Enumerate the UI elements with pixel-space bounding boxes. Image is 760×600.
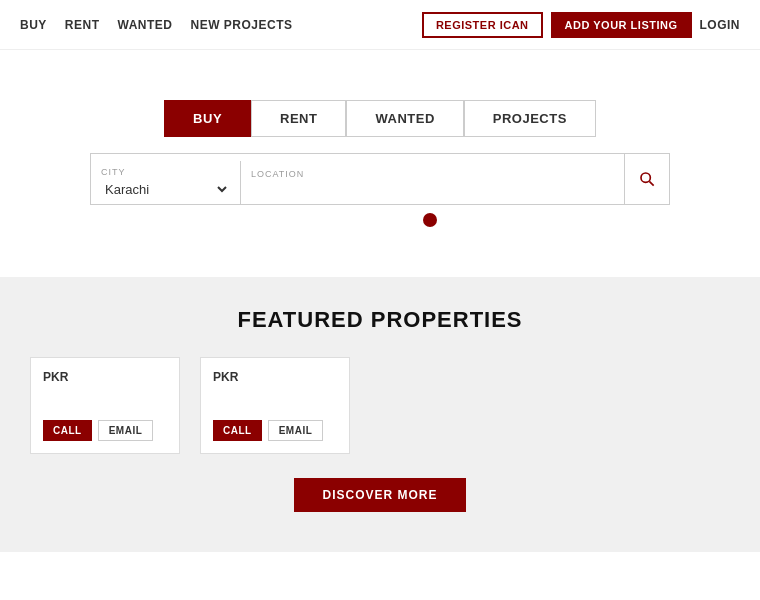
main-nav: BUY RENT WANTED NEW PROJECTS — [20, 18, 293, 32]
card-desc — [213, 390, 337, 410]
nav-wanted[interactable]: WANTED — [118, 18, 173, 32]
card-actions: CALL EMAIL — [213, 420, 337, 441]
location-label: LOCATION — [251, 169, 614, 179]
register-button[interactable]: REGISTER ICAN — [422, 12, 543, 38]
city-group: CITY Karachi Lahore Islamabad Rawalpindi — [91, 161, 241, 204]
svg-point-0 — [641, 173, 650, 182]
header-actions: REGISTER ICAN ADD YOUR LISTING LOGIN — [422, 12, 740, 38]
featured-section: FEATURED PROPERTIES PKR CALL EMAIL PKR C… — [0, 277, 760, 552]
property-card: PKR CALL EMAIL — [200, 357, 350, 454]
login-button[interactable]: LOGIN — [700, 18, 741, 32]
dropdown-indicator — [423, 213, 437, 227]
add-listing-button[interactable]: ADD YOUR LISTING — [551, 12, 692, 38]
card-price: PKR — [43, 370, 167, 384]
hero-section: BUY RENT WANTED PROJECTS CITY Karachi La… — [0, 50, 760, 257]
discover-btn-wrap: DISCOVER MORE — [30, 478, 730, 512]
card-desc — [43, 390, 167, 410]
nav-buy[interactable]: BUY — [20, 18, 47, 32]
search-button[interactable] — [624, 154, 669, 204]
header: BUY RENT WANTED NEW PROJECTS REGISTER IC… — [0, 0, 760, 50]
location-group: LOCATION — [241, 163, 624, 204]
property-cards: PKR CALL EMAIL PKR CALL EMAIL — [30, 357, 730, 454]
email-button[interactable]: EMAIL — [98, 420, 154, 441]
tab-rent[interactable]: RENT — [251, 100, 346, 137]
discover-more-button[interactable]: DISCOVER MORE — [294, 478, 465, 512]
nav-new-projects[interactable]: NEW PROJECTS — [191, 18, 293, 32]
tab-buy[interactable]: BUY — [164, 100, 251, 137]
tab-wanted[interactable]: WANTED — [346, 100, 463, 137]
city-select[interactable]: Karachi Lahore Islamabad Rawalpindi — [101, 181, 230, 198]
location-input[interactable] — [251, 183, 614, 198]
card-actions: CALL EMAIL — [43, 420, 167, 441]
card-price: PKR — [213, 370, 337, 384]
search-tabs: BUY RENT WANTED PROJECTS — [164, 100, 596, 137]
property-card: PKR CALL EMAIL — [30, 357, 180, 454]
search-bar: CITY Karachi Lahore Islamabad Rawalpindi… — [90, 153, 670, 205]
svg-line-1 — [649, 181, 653, 185]
tab-projects[interactable]: PROJECTS — [464, 100, 596, 137]
featured-title: FEATURED PROPERTIES — [30, 307, 730, 333]
search-icon — [639, 171, 655, 187]
nav-rent[interactable]: RENT — [65, 18, 100, 32]
email-button[interactable]: EMAIL — [268, 420, 324, 441]
call-button[interactable]: CALL — [213, 420, 262, 441]
city-label: CITY — [101, 167, 230, 177]
call-button[interactable]: CALL — [43, 420, 92, 441]
